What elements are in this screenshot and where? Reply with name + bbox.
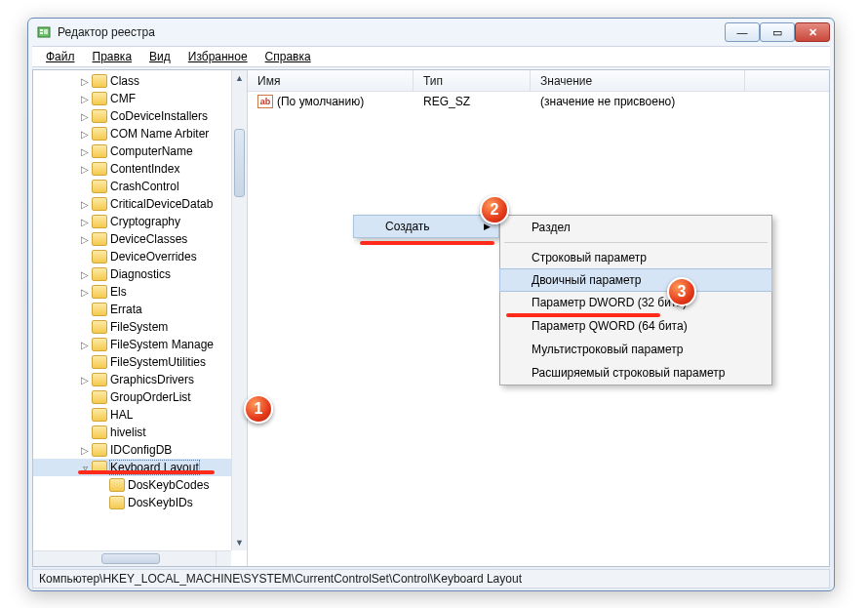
expand-icon[interactable]: ▷ [78, 111, 92, 122]
tree-label: HAL [110, 408, 133, 422]
tree-node[interactable]: FileSystemUtilities [33, 353, 231, 371]
tree-label: ContentIndex [110, 162, 179, 176]
tree-node[interactable]: ▷IDConfigDB [33, 441, 231, 459]
folder-icon [92, 92, 107, 105]
tree-label: ComputerName [110, 144, 193, 158]
expand-icon[interactable]: ▷ [78, 76, 92, 87]
expand-icon[interactable]: ▷ [78, 217, 92, 227]
tree-vertical-scrollbar[interactable]: ▲ ▼ [231, 70, 247, 550]
tree-node[interactable]: DeviceOverrides [33, 248, 231, 265]
tree-node[interactable]: DosKeybIDs [33, 494, 231, 511]
regedit-icon [36, 24, 52, 40]
expand-icon[interactable]: ▷ [78, 164, 92, 175]
titlebar[interactable]: Редактор реестра — ▭ ✕ [28, 19, 834, 46]
tree-node[interactable]: ▷COM Name Arbiter [33, 125, 231, 142]
tree-label: CrashControl [110, 180, 179, 193]
tree-node[interactable]: hivelist [33, 424, 231, 441]
menu-item-create[interactable]: Создать ▶ [353, 215, 499, 238]
tree-label: FileSystemUtilities [110, 355, 206, 369]
tree-node[interactable]: Errata [33, 301, 231, 318]
expand-icon[interactable]: ▷ [78, 146, 92, 157]
tree-node[interactable]: ▷ContentIndex [33, 160, 231, 178]
expand-icon[interactable]: ▷ [78, 94, 92, 104]
scroll-thumb[interactable] [234, 129, 245, 197]
context-menu[interactable]: Создать ▶ [353, 215, 499, 238]
scroll-up-arrow[interactable]: ▲ [232, 70, 247, 86]
tree-node[interactable]: FileSystem [33, 318, 231, 336]
hscroll-thumb[interactable] [101, 553, 160, 564]
expand-icon[interactable]: ▷ [78, 375, 92, 385]
col-type[interactable]: Тип [414, 70, 531, 91]
tree-node[interactable]: ▷CMF [33, 90, 231, 107]
tree-label: DosKeybCodes [128, 478, 209, 492]
minimize-button[interactable]: — [725, 22, 760, 42]
tree-node[interactable]: ▷Els [33, 283, 231, 301]
tree-node[interactable]: ▷ComputerName [33, 142, 231, 160]
menu-edit[interactable]: Правка [85, 48, 140, 65]
tree-node[interactable]: GroupOrderList [33, 388, 231, 406]
scroll-down-arrow[interactable]: ▼ [232, 535, 247, 550]
tree-node[interactable]: ▷Cryptography [33, 213, 231, 230]
tree-node[interactable]: DosKeybCodes [33, 476, 231, 494]
expand-icon[interactable]: ▷ [78, 234, 92, 245]
tree-label: GroupOrderList [110, 390, 191, 404]
tree-node[interactable]: ▷Diagnostics [33, 265, 231, 283]
folder-icon [92, 232, 107, 246]
menu-item-multistring[interactable]: Мультистроковый параметр [500, 338, 771, 361]
tree-label: Diagnostics [110, 267, 171, 281]
tree-node[interactable]: HAL [33, 406, 231, 424]
menu-item-binary[interactable]: Двоичный параметр [499, 268, 772, 292]
folder-icon [92, 443, 107, 457]
folder-icon [92, 320, 107, 334]
tree-label: COM Name Arbiter [110, 127, 209, 141]
tree-label: Els [110, 285, 127, 299]
tree-node[interactable]: ▷Class [33, 72, 231, 90]
tree-view[interactable]: ▷Class▷CMF▷CoDeviceInstallers▷COM Name A… [33, 70, 231, 550]
tree-label: GraphicsDrivers [110, 373, 194, 386]
expand-icon[interactable]: ▷ [78, 129, 92, 140]
expand-icon[interactable]: ▷ [78, 445, 92, 456]
menu-view[interactable]: Вид [141, 48, 178, 65]
expand-icon[interactable]: ▷ [78, 269, 92, 280]
tree-label: FileSystem Manage [110, 338, 214, 351]
tree-node[interactable]: ▷CriticalDeviceDatab [33, 195, 231, 213]
list-header: Имя Тип Значение [248, 70, 829, 92]
expand-icon[interactable]: ▷ [78, 199, 92, 210]
tree-label: FileSystem [110, 320, 168, 334]
folder-icon [92, 426, 107, 439]
folder-icon [92, 74, 107, 88]
menu-item-dword[interactable]: Параметр DWORD (32 бита) [500, 291, 771, 314]
list-row-default[interactable]: ab (По умолчанию) REG_SZ (значение не пр… [248, 92, 829, 111]
menubar: Файл Правка Вид Избранное Справка [32, 46, 830, 67]
menu-item-qword[interactable]: Параметр QWORD (64 бита) [500, 314, 771, 338]
annotation-marker-2: 2 [480, 195, 509, 224]
folder-icon [109, 478, 125, 492]
tree-pane: ▷Class▷CMF▷CoDeviceInstallers▷COM Name A… [33, 70, 248, 566]
menu-file[interactable]: Файл [38, 48, 83, 65]
folder-icon [92, 162, 107, 176]
tree-node[interactable]: CrashControl [33, 178, 231, 195]
tree-node[interactable]: ▷CoDeviceInstallers [33, 107, 231, 125]
cell-name: (По умолчанию) [277, 95, 364, 108]
menu-favorites[interactable]: Избранное [180, 48, 256, 65]
col-value[interactable]: Значение [531, 70, 745, 91]
tree-node[interactable]: ▷GraphicsDrivers [33, 371, 231, 388]
tree-label: hivelist [110, 426, 146, 439]
folder-icon [109, 496, 125, 509]
menu-item-expandstring[interactable]: Расширяемый строковый параметр [500, 361, 771, 385]
folder-icon [92, 390, 107, 404]
menu-help[interactable]: Справка [257, 48, 319, 65]
tree-horizontal-scrollbar[interactable] [33, 550, 231, 566]
menu-item-string[interactable]: Строковый параметр [500, 246, 771, 269]
expand-icon[interactable]: ▷ [78, 340, 92, 350]
tree-node[interactable]: ▷DeviceClasses [33, 230, 231, 248]
folder-icon [92, 408, 107, 422]
folder-icon [92, 303, 107, 316]
context-submenu-new[interactable]: Раздел Строковый параметр Двоичный парам… [499, 215, 772, 385]
maximize-button[interactable]: ▭ [760, 22, 795, 42]
tree-node[interactable]: ▷FileSystem Manage [33, 336, 231, 353]
col-name[interactable]: Имя [248, 70, 414, 91]
expand-icon[interactable]: ▷ [78, 287, 92, 298]
close-button[interactable]: ✕ [795, 22, 830, 42]
menu-item-section[interactable]: Раздел [500, 216, 771, 239]
